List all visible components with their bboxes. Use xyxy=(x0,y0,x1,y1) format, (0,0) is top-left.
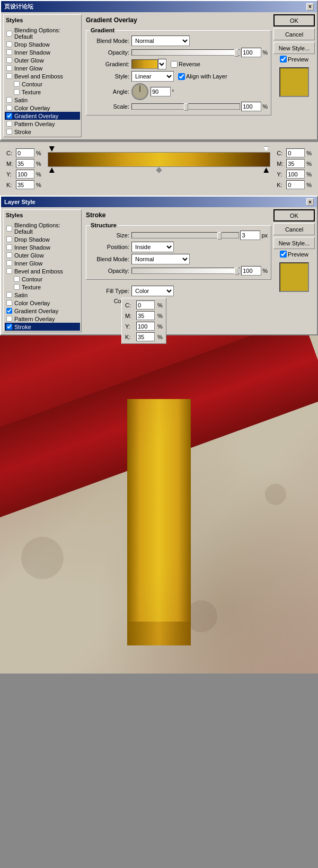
dialog2-cancel-button[interactable]: Cancel xyxy=(273,223,315,235)
d2-style-checkbox-texture[interactable] xyxy=(14,284,20,290)
fill-type-select[interactable]: Color Gradient Pattern xyxy=(131,286,174,296)
stroke-blend-select[interactable]: Normal xyxy=(131,254,190,264)
d2-style-item-outerglow[interactable]: Outer Glow xyxy=(5,251,80,259)
popup-y-input[interactable] xyxy=(136,322,155,331)
opacity-input[interactable] xyxy=(241,48,261,57)
style-select[interactable]: Linear xyxy=(131,71,174,82)
d2-style-item-stroke[interactable]: Stroke xyxy=(5,323,80,331)
cmyk-k-input-right[interactable] xyxy=(286,180,305,189)
popup-m-input[interactable] xyxy=(136,311,155,320)
style-item-gradientoverlay[interactable]: Gradient Overlay xyxy=(5,112,80,120)
dialog1-cancel-button[interactable]: Cancel xyxy=(273,28,315,40)
style-checkbox-bevelemboss[interactable] xyxy=(6,73,12,79)
scale-input[interactable] xyxy=(241,102,261,111)
style-item-outerglow[interactable]: Outer Glow xyxy=(5,56,80,64)
cmyk-c-input-left[interactable] xyxy=(16,148,34,157)
d2-style-item-satin[interactable]: Satin xyxy=(5,291,80,299)
style-checkbox-blending[interactable] xyxy=(6,30,12,36)
d2-style-checkbox-innerglow[interactable] xyxy=(6,260,12,266)
style-checkbox-texture[interactable] xyxy=(14,89,20,95)
d2-style-checkbox-coloroverlay[interactable] xyxy=(6,300,12,306)
style-checkbox-satin[interactable] xyxy=(6,97,12,103)
opacity-slider[interactable] xyxy=(131,49,240,56)
stop-top-right[interactable] xyxy=(263,146,269,152)
stroke-size-input[interactable] xyxy=(240,231,260,240)
stroke-size-slider[interactable] xyxy=(131,232,239,238)
style-checkbox-innershadow[interactable] xyxy=(6,49,12,55)
d2-style-item-coloroverlay[interactable]: Color Overlay xyxy=(5,299,80,307)
d2-style-item-texture[interactable]: Texture xyxy=(5,283,80,291)
style-checkbox-contour[interactable] xyxy=(14,81,20,87)
popup-k-input[interactable] xyxy=(136,332,155,341)
style-item-coloroverlay[interactable]: Color Overlay xyxy=(5,104,80,112)
d2-style-item-bevelemboss[interactable]: Bevel and Emboss xyxy=(5,267,80,275)
cmyk-c-input-right[interactable] xyxy=(286,148,305,157)
d2-style-checkbox-blending[interactable] xyxy=(6,225,12,231)
style-item-dropshadow[interactable]: Drop Shadow xyxy=(5,40,80,48)
d2-style-checkbox-contour[interactable] xyxy=(14,276,20,282)
stroke-opacity-input[interactable] xyxy=(241,266,261,276)
dialog2-new-style-button[interactable]: New Style... xyxy=(273,237,315,249)
dialog1-preview-checkbox[interactable] xyxy=(280,56,287,63)
d2-style-checkbox-bevelemboss[interactable] xyxy=(6,268,12,274)
align-checkbox[interactable] xyxy=(178,73,185,80)
cmyk-y-input-right[interactable] xyxy=(286,170,305,179)
d2-style-checkbox-patternoverlay[interactable] xyxy=(6,316,12,322)
dialog2-ok-button[interactable]: OK xyxy=(273,209,315,222)
d2-style-item-dropshadow[interactable]: Drop Shadow xyxy=(5,235,80,243)
d2-style-checkbox-dropshadow[interactable] xyxy=(6,236,12,242)
style-checkbox-patternoverlay[interactable] xyxy=(6,121,12,127)
d2-style-checkbox-gradientoverlay[interactable] xyxy=(6,308,12,314)
style-item-innerglow[interactable]: Inner Glow xyxy=(5,64,80,72)
style-checkbox-gradientoverlay[interactable] xyxy=(6,113,12,119)
style-checkbox-stroke[interactable] xyxy=(6,129,12,135)
style-checkbox-coloroverlay[interactable] xyxy=(6,105,12,111)
d2-style-checkbox-stroke[interactable] xyxy=(6,324,12,330)
style-item-texture[interactable]: Texture xyxy=(5,88,80,96)
gradient-swatch[interactable] xyxy=(131,59,158,69)
gradient-dropdown[interactable] xyxy=(158,59,166,69)
style-checkbox-innerglow[interactable] xyxy=(6,65,12,71)
d2-style-checkbox-satin[interactable] xyxy=(6,292,12,298)
reverse-checkbox[interactable] xyxy=(171,61,178,68)
dialog2-close-button[interactable]: × xyxy=(306,198,314,206)
align-label[interactable]: Align with Layer xyxy=(178,73,227,80)
cmyk-k-input-left[interactable] xyxy=(16,180,34,189)
style-item-contour[interactable]: Contour xyxy=(5,80,80,88)
dialog1-ok-button[interactable]: OK xyxy=(273,14,315,26)
dialog1-close-button[interactable]: × xyxy=(306,3,314,11)
cmyk-y-input-left[interactable] xyxy=(16,170,34,179)
d2-style-checkbox-outerglow[interactable] xyxy=(6,252,12,258)
style-checkbox-outerglow[interactable] xyxy=(6,57,12,63)
stop-top-left[interactable] xyxy=(49,146,55,152)
d2-style-item-patternoverlay[interactable]: Pattern Overlay xyxy=(5,315,80,323)
stroke-position-select[interactable]: Inside Outside Center xyxy=(131,242,174,252)
style-checkbox-dropshadow[interactable] xyxy=(6,41,12,47)
stop-bot-left[interactable] xyxy=(49,167,55,173)
d2-style-item-blending[interactable]: Blending Options: Default xyxy=(5,222,80,235)
cmyk-m-input-right[interactable] xyxy=(286,159,305,168)
style-item-blending[interactable]: Blending Options: Default xyxy=(5,26,80,40)
stop-bot-right[interactable] xyxy=(263,167,269,173)
d2-style-item-innerglow[interactable]: Inner Glow xyxy=(5,259,80,267)
gradient-main-bar[interactable] xyxy=(48,152,270,167)
d2-style-item-contour[interactable]: Contour xyxy=(5,275,80,283)
reverse-label[interactable]: Reverse xyxy=(171,61,200,68)
dialog2-preview-checkbox[interactable] xyxy=(280,251,287,258)
dialog1-new-style-button[interactable]: New Style... xyxy=(273,42,315,54)
popup-c-input[interactable] xyxy=(136,300,155,309)
stroke-opacity-slider[interactable] xyxy=(131,268,240,274)
style-item-bevelemboss[interactable]: Bevel and Emboss xyxy=(5,72,80,80)
style-item-stroke[interactable]: Stroke xyxy=(5,128,80,136)
gradient-midpoint[interactable] xyxy=(156,167,162,173)
d2-style-checkbox-innershadow[interactable] xyxy=(6,244,12,250)
d2-style-item-innershadow[interactable]: Inner Shadow xyxy=(5,243,80,251)
blend-mode-select[interactable]: Normal xyxy=(131,36,190,46)
d2-style-item-gradientoverlay[interactable]: Gradient Overlay xyxy=(5,307,80,315)
angle-dial[interactable] xyxy=(131,83,148,100)
style-item-patternoverlay[interactable]: Pattern Overlay xyxy=(5,120,80,128)
scale-slider[interactable] xyxy=(131,103,240,110)
angle-input[interactable] xyxy=(151,87,171,96)
style-item-satin[interactable]: Satin xyxy=(5,96,80,104)
style-item-innershadow[interactable]: Inner Shadow xyxy=(5,48,80,56)
